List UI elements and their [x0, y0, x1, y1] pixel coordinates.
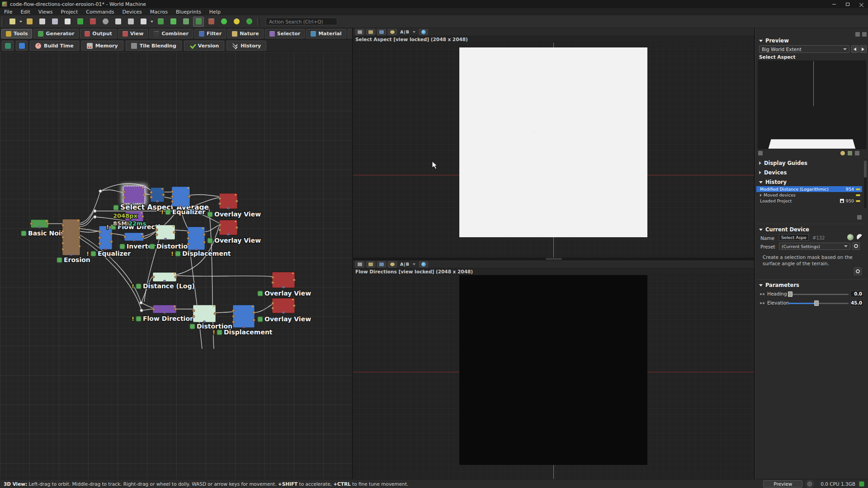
- add-device-button[interactable]: [16, 41, 28, 51]
- panel-dock-icon[interactable]: [855, 32, 860, 37]
- node-inverter[interactable]: [124, 233, 144, 241]
- node-aspect-secondary[interactable]: [150, 188, 165, 202]
- close-button[interactable]: [854, 0, 868, 8]
- tab-view[interactable]: View: [118, 29, 148, 38]
- toolbar-open-folder-icon[interactable]: [24, 17, 35, 27]
- build-time-button[interactable]: Build Time: [30, 41, 79, 51]
- toolbar-light-green-icon[interactable]: [218, 17, 229, 27]
- toolbar-world-browser-icon[interactable]: [180, 17, 191, 27]
- menu-item-commands[interactable]: Commands: [82, 9, 118, 15]
- view-2d-icon[interactable]: [366, 29, 375, 35]
- toolbar-build-options-icon[interactable]: [113, 17, 123, 27]
- toolbar-new-file-icon[interactable]: [7, 17, 18, 27]
- node-equalizer-left[interactable]: [99, 226, 113, 250]
- panel-menu-icon[interactable]: [862, 32, 867, 37]
- tab-selector[interactable]: Selector: [265, 29, 305, 38]
- preview-section-header[interactable]: Preview: [759, 38, 789, 44]
- parameters-header[interactable]: Parameters: [759, 282, 799, 288]
- layout-caret[interactable]: [151, 21, 153, 23]
- maximize-button[interactable]: [841, 0, 854, 8]
- tab-nature[interactable]: Nature: [227, 29, 264, 38]
- action-search-input[interactable]: [266, 18, 337, 25]
- node-overlay-view-3[interactable]: [272, 272, 295, 288]
- preset-dropdown[interactable]: (Current Settings): [779, 243, 850, 250]
- node-erosion[interactable]: [62, 219, 80, 256]
- version-button[interactable]: Version: [184, 41, 225, 51]
- visibility-icon[interactable]: [388, 29, 397, 35]
- menu-item-blueprints[interactable]: Blueprints: [172, 9, 205, 15]
- menu-item-devices[interactable]: Devices: [118, 9, 146, 15]
- menu-item-macros[interactable]: Macros: [146, 9, 172, 15]
- tab-output[interactable]: Output: [80, 29, 116, 38]
- toolbar-photo-green-icon[interactable]: [193, 17, 204, 27]
- node-displacement-top[interactable]: [187, 227, 205, 250]
- extent-dropdown[interactable]: Big World Extent: [759, 45, 849, 53]
- history-row-1[interactable]: Moved devices: [756, 192, 862, 198]
- device-name-input[interactable]: [779, 234, 809, 241]
- node-graph[interactable]: Basic NoiseErosion!EqualizerSelect Aspec…: [0, 52, 352, 479]
- tab-material[interactable]: Material: [306, 29, 346, 38]
- toolbar-render-sphere-icon[interactable]: [244, 17, 255, 27]
- menu-item-views[interactable]: Views: [34, 9, 57, 15]
- render-device-icon[interactable]: [355, 261, 364, 267]
- tab-tools[interactable]: Tools: [1, 29, 32, 38]
- node-distortion-low[interactable]: [193, 305, 216, 323]
- visibility-icon[interactable]: [388, 261, 397, 267]
- menu-item-edit[interactable]: Edit: [16, 9, 34, 15]
- ab-compare-toggle[interactable]: A|B: [399, 262, 411, 267]
- toolbar-macro-icon[interactable]: [87, 17, 98, 27]
- preview-mode-button[interactable]: Preview: [763, 480, 802, 488]
- tile-blending-button[interactable]: Tile Blending: [126, 41, 182, 51]
- node-overlay-view-2[interactable]: [219, 220, 238, 235]
- toolbar-photo-red-icon[interactable]: [206, 17, 217, 27]
- camera-icon[interactable]: [419, 29, 428, 35]
- texture-display-icon[interactable]: [855, 151, 859, 155]
- menu-item-help[interactable]: Help: [205, 9, 225, 15]
- node-overlay-view-4[interactable]: [272, 298, 295, 314]
- toolbar-settings-gear-icon[interactable]: [100, 17, 111, 27]
- prev-device-button[interactable]: [851, 45, 859, 53]
- preset-gear-button[interactable]: [852, 242, 860, 250]
- render-settings-icon[interactable]: [807, 481, 812, 487]
- menu-item-file[interactable]: File: [0, 9, 16, 15]
- preview-3d-viewport[interactable]: [758, 61, 866, 149]
- ab-caret-icon[interactable]: [413, 263, 415, 265]
- node-basic-noise[interactable]: [30, 220, 49, 228]
- heading-value[interactable]: 0.0: [850, 291, 864, 297]
- node-distortion-top[interactable]: [156, 225, 175, 240]
- toolbar-save-icon[interactable]: [49, 17, 60, 27]
- history-row-0[interactable]: Modified Distance (Logarithmic)954: [756, 186, 862, 192]
- history-option-icon[interactable]: [857, 215, 862, 220]
- history-row-2[interactable]: Loaded Project950: [756, 198, 862, 204]
- history-scrollbar[interactable]: [864, 160, 867, 208]
- node-overlay-view-1[interactable]: [219, 193, 238, 209]
- param-pin-icons[interactable]: [760, 293, 764, 295]
- node-displacement-low[interactable]: [232, 305, 255, 328]
- toolbar-grip[interactable]: [2, 18, 4, 26]
- toolbar-device-table-icon[interactable]: [155, 17, 166, 27]
- param-pin-icons[interactable]: [760, 302, 764, 304]
- toolbar-device-grid-icon[interactable]: [168, 17, 179, 27]
- toolbar-help-example-icon[interactable]: [37, 17, 47, 27]
- node-flow-directions-low[interactable]: [152, 305, 177, 314]
- render-device-icon[interactable]: [355, 29, 364, 35]
- memory-button[interactable]: Memory: [81, 41, 123, 51]
- device-grid-settings-button[interactable]: [854, 267, 862, 275]
- next-device-button[interactable]: [859, 45, 867, 53]
- device-blend-icon[interactable]: [857, 234, 863, 240]
- heightmap-select-aspect[interactable]: [459, 47, 647, 237]
- current-device-header[interactable]: Current Device: [759, 226, 809, 233]
- move-mode-button[interactable]: [2, 41, 14, 51]
- heading-slider[interactable]: [788, 294, 849, 295]
- ab-caret-icon[interactable]: [413, 31, 415, 33]
- elevation-slider-handle[interactable]: [814, 300, 819, 306]
- terrain-display-icon[interactable]: [848, 151, 852, 155]
- node-distance-log[interactable]: [152, 272, 177, 282]
- toolbar-grip-2[interactable]: [257, 18, 259, 26]
- minimize-button[interactable]: [827, 0, 841, 8]
- heightmap-flow-directions[interactable]: [459, 275, 647, 465]
- new-file-caret[interactable]: [19, 21, 22, 23]
- ab-compare-toggle[interactable]: A|B: [399, 29, 411, 34]
- menu-item-project[interactable]: Project: [57, 9, 82, 15]
- tab-filter[interactable]: Filter: [194, 29, 226, 38]
